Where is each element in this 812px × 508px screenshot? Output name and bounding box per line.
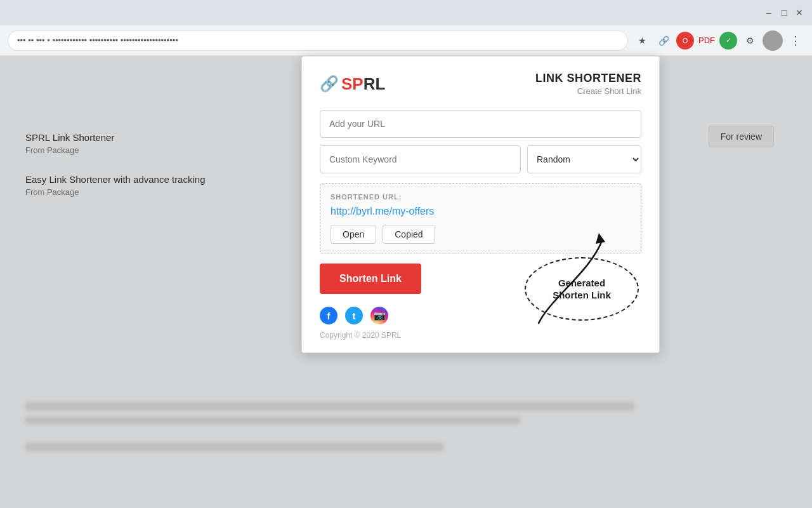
restore-btn[interactable]: □ (779, 8, 789, 18)
adblock-icon[interactable]: O (676, 32, 694, 50)
shortened-actions: Open Copied (331, 225, 631, 244)
user-avatar[interactable] (763, 30, 783, 51)
address-text: ••• •• ••• • •••••••••••• •••••••••• •••… (17, 36, 178, 45)
shortened-url-box: SHORTENED URL: http://byrl.me/my-offers … (320, 184, 641, 253)
twitter-icon[interactable]: t (345, 307, 363, 324)
rl-letters: RL (363, 74, 386, 93)
popup-subtitle: Create Short Link (535, 86, 641, 96)
url-input[interactable] (320, 110, 641, 138)
facebook-icon[interactable]: f (320, 307, 337, 324)
sp-letters: SP (341, 74, 363, 93)
link-icon[interactable]: 🔗 (655, 32, 672, 50)
keyword-type-select[interactable]: Random Custom (527, 145, 641, 173)
keyword-input[interactable] (320, 145, 521, 173)
shield-icon[interactable]: ✓ (719, 32, 737, 50)
shortened-url-value: http://byrl.me/my-offers (331, 206, 631, 217)
browser-titlebar: – □ ✕ (0, 0, 812, 25)
toolbar-icons: ★ 🔗 O PDF ✓ ⚙ ⋮ (633, 30, 804, 51)
browser-toolbar: ••• •• ••• • •••••••••••• •••••••••• •••… (0, 25, 812, 56)
generated-label: GeneratedShorten Link (553, 277, 611, 302)
close-btn[interactable]: ✕ (794, 8, 804, 18)
copied-button[interactable]: Copied (383, 225, 435, 244)
extensions-icon[interactable]: ⚙ (741, 32, 759, 50)
popup-title: LINK SHORTENER (535, 72, 641, 85)
star-icon[interactable]: ★ (633, 32, 651, 50)
generated-shorten-link-bubble: GeneratedShorten Link (525, 257, 639, 321)
shortened-label: SHORTENED URL: (331, 193, 631, 201)
popup-header: 🔗 SPRL LINK SHORTENER Create Short Link (320, 72, 641, 96)
popup-logo: 🔗 SPRL (320, 74, 385, 94)
instagram-icon[interactable]: 📷 (370, 307, 388, 324)
address-bar[interactable]: ••• •• ••• • •••••••••••• •••••••••• •••… (8, 30, 628, 51)
sprl-logo-text: SPRL (341, 74, 385, 94)
copyright-text: Copyright © 2020 SPRL (320, 331, 641, 340)
pdf-icon[interactable]: PDF (698, 32, 716, 50)
popup-title-block: LINK SHORTENER Create Short Link (535, 72, 641, 96)
keyword-row: Random Custom (320, 145, 641, 173)
sprl-link-icon: 🔗 (320, 75, 339, 93)
link-shortener-popup: 🔗 SPRL LINK SHORTENER Create Short Link … (301, 56, 660, 353)
shorten-link-button[interactable]: Shorten Link (320, 264, 421, 294)
menu-icon[interactable]: ⋮ (787, 32, 804, 50)
open-button[interactable]: Open (331, 225, 376, 244)
minimize-btn[interactable]: – (764, 8, 774, 18)
